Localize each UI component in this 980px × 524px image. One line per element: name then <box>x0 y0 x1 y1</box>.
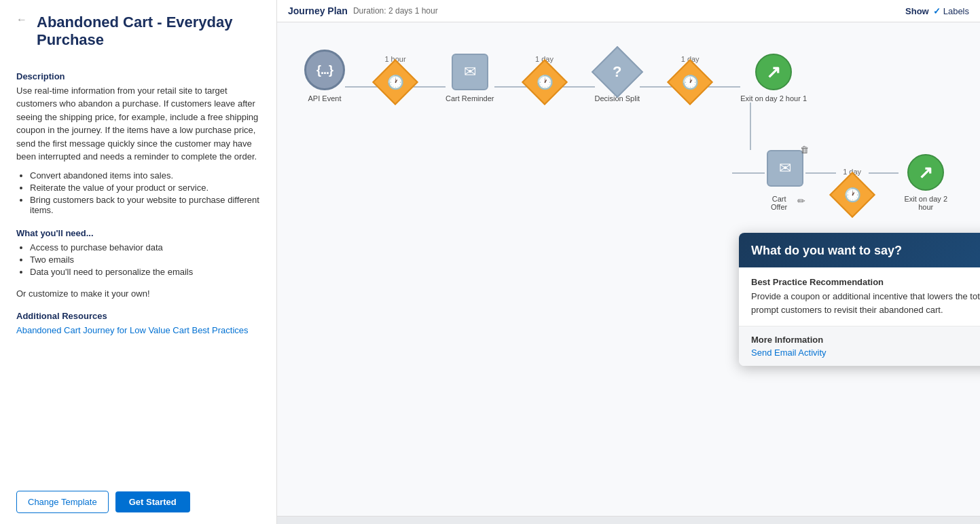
node-exit-1[interactable]: ↗ Exit on day 2 hour 1 <box>740 54 807 102</box>
popup-footer: More Information Send Email Activity <box>739 326 980 366</box>
journey-duration: Duration: 2 days 1 hour <box>353 6 438 16</box>
node-cart-reminder[interactable]: ✉ Cart Reminder <box>446 54 494 102</box>
recommendation-text: Provide a coupon or additional incentive… <box>751 290 980 316</box>
cart-reminder-icon: ✉ <box>452 54 488 90</box>
node-api-event[interactable]: {...} API Event <box>304 50 345 102</box>
additional-resources-label: Additional Resources <box>16 311 260 321</box>
back-arrow-icon[interactable]: ← <box>16 14 27 26</box>
node-timer-3[interactable]: 1 day 🕐 <box>674 55 706 102</box>
needs-bullets: Access to purchase behavior data Two ema… <box>30 242 260 279</box>
resource-link[interactable]: Abandoned Cart Journey for Low Value Car… <box>16 324 260 337</box>
cart-offer-label: Cart Offer <box>765 195 793 211</box>
cart-reminder-label: Cart Reminder <box>446 94 494 102</box>
needs-label: What you'll need... <box>16 228 260 238</box>
right-panel: Journey Plan Duration: 2 days 1 hour Sho… <box>277 0 980 524</box>
recommendation-title: Best Practice Recommendation <box>751 277 980 287</box>
check-icon: ✓ <box>933 6 941 16</box>
labels-toggle[interactable]: ✓ Labels <box>933 6 969 16</box>
journey-canvas: {...} API Event 1 hour 🕐 <box>277 22 980 516</box>
delete-icon[interactable]: 🗑 <box>800 145 809 155</box>
popup-header: What do you want to say? × <box>739 233 980 267</box>
description-label: Description <box>16 71 260 81</box>
node-exit-2[interactable]: ↗ Exit on day 2 hour <box>899 154 953 211</box>
timer-4-icon: 🕐 <box>829 172 875 218</box>
api-event-label: API Event <box>308 94 342 102</box>
edit-icon[interactable]: ✏ <box>797 195 805 206</box>
benefit-bullets: Convert abandoned items into sales. Reit… <box>30 170 260 217</box>
popup-title: What do you want to say? <box>751 244 980 258</box>
popup-body: Best Practice Recommendation Provide a c… <box>739 267 980 326</box>
timer-3-icon: 🕐 <box>667 59 713 105</box>
bullet-3: Bring customers back to your website to … <box>30 195 260 215</box>
exit-2-icon: ↗ <box>907 154 944 191</box>
exit-1-icon: ↗ <box>755 54 792 90</box>
node-timer-1[interactable]: 1 hour 🕐 <box>379 55 412 102</box>
popup-container: What do you want to say? × Best Practice… <box>739 233 980 366</box>
canvas-inner: {...} API Event 1 hour 🕐 <box>304 50 953 211</box>
cart-offer-icon: ✉ 🗑 <box>767 150 803 187</box>
timer-1-icon: 🕐 <box>372 59 418 105</box>
exit-1-label: Exit on day 2 hour 1 <box>740 94 807 102</box>
get-started-button[interactable]: Get Started <box>115 491 190 512</box>
description-text: Use real-time information from your reta… <box>16 84 260 164</box>
decision-split-icon: ? <box>592 46 643 98</box>
bullet-1: Convert abandoned items into sales. <box>30 170 260 181</box>
more-info-label: More Information <box>751 335 980 345</box>
journey-title: Journey Plan <box>288 5 348 16</box>
send-email-activity-link[interactable]: Send Email Activity <box>751 348 827 358</box>
need-1: Access to purchase behavior data <box>30 242 260 252</box>
node-cart-offer[interactable]: ✉ 🗑 Cart Offer ✏ <box>765 150 805 211</box>
journey-header: Journey Plan Duration: 2 days 1 hour Sho… <box>277 0 980 22</box>
api-event-icon: {...} <box>304 50 345 90</box>
timer-2-icon: 🕐 <box>522 59 568 105</box>
show-label: Show <box>905 6 929 16</box>
need-3: Data you'll need to personalize the emai… <box>30 267 260 277</box>
node-timer-2[interactable]: 1 day 🕐 <box>528 55 561 102</box>
node-timer-4[interactable]: 1 day 🕐 <box>836 168 869 211</box>
footer-buttons: Change Template Get Started <box>16 480 260 513</box>
need-2: Two emails <box>30 255 260 265</box>
bullet-2: Reiterate the value of your product or s… <box>30 183 260 193</box>
page-title: Abandoned Cart - Everyday Purchase <box>37 14 260 50</box>
exit-2-label: Exit on day 2 hour <box>899 195 953 211</box>
change-template-button[interactable]: Change Template <box>16 491 109 513</box>
node-decision-split[interactable]: ? Decision Split <box>595 54 640 102</box>
labels-text: Labels <box>943 6 969 16</box>
customize-text: Or customize to make it your own! <box>16 288 260 299</box>
left-panel: ← Abandoned Cart - Everyday Purchase Des… <box>0 0 277 524</box>
bottom-scrollbar[interactable] <box>277 516 980 524</box>
